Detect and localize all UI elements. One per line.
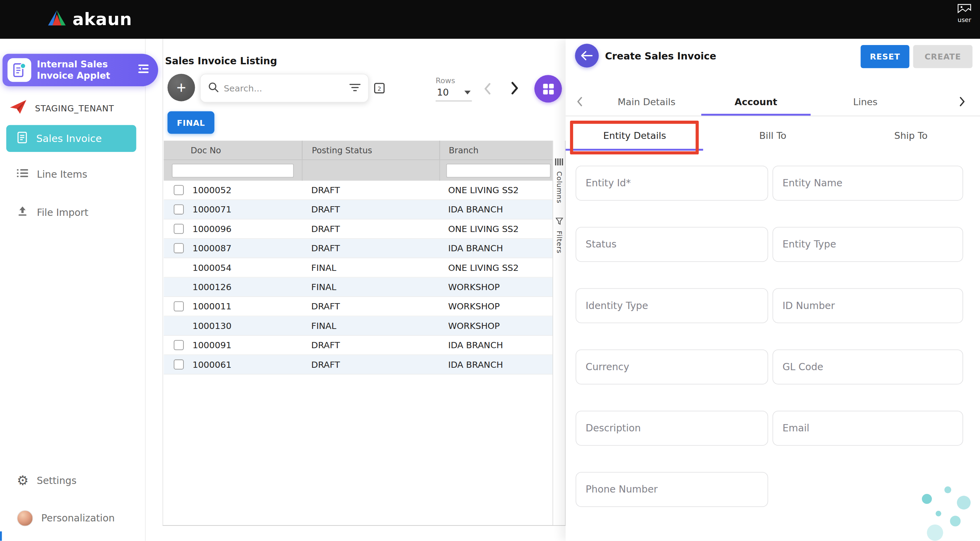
tab-main-details[interactable]: Main Details [592, 88, 701, 116]
sidebar-item-line-items[interactable]: Line Items [6, 164, 136, 185]
cell-branch: WORKSHOP [439, 321, 552, 331]
invoice-table: Doc No Posting Status Branch 1000052 DRA… [164, 141, 552, 374]
final-status-filter-button[interactable]: FINAL [167, 111, 214, 134]
field-status[interactable]: Status [576, 227, 768, 262]
next-page-icon[interactable] [510, 81, 519, 97]
table-row[interactable]: 1000091 DRAFT IDA BRANCH [164, 336, 552, 355]
column-header-branch[interactable]: Branch [439, 141, 552, 159]
cell-doc-no: 1000091 [192, 340, 302, 350]
decorative-bubble [957, 496, 971, 509]
cell-doc-no: 1000054 [192, 263, 302, 272]
cell-branch: WORKSHOP [439, 301, 552, 312]
avatar [17, 510, 33, 526]
cell-posting-status: DRAFT [302, 243, 439, 253]
table-row[interactable]: 1000011 DRAFT WORKSHOP [164, 297, 552, 316]
previous-page-icon[interactable] [483, 83, 492, 98]
applet-header[interactable]: Internal Sales Invoice Applet [2, 54, 158, 86]
row-checkbox[interactable] [174, 224, 184, 234]
decorative-bubble [950, 516, 961, 527]
field-entity-id[interactable]: Entity Id* [576, 165, 768, 201]
subtab-ship-to[interactable]: Ship To [842, 121, 980, 151]
search-input[interactable] [224, 83, 344, 93]
columns-tool[interactable]: Columns [555, 156, 563, 204]
field-phone-number[interactable]: Phone Number [576, 472, 768, 507]
cell-doc-no: 1000052 [192, 185, 302, 195]
row-checkbox[interactable] [174, 205, 184, 215]
table-header-row: Doc No Posting Status Branch [164, 141, 552, 159]
cell-doc-no: 1000087 [192, 243, 302, 253]
tabs-scroll-right-icon[interactable] [959, 96, 966, 109]
sidebar-item-personalization[interactable]: Personalization [6, 508, 136, 529]
branch-filter-input[interactable] [446, 164, 551, 177]
row-checkbox[interactable] [174, 301, 184, 312]
akaun-logo-icon [48, 9, 66, 29]
field-currency[interactable]: Currency [576, 350, 768, 385]
tenant-row[interactable]: STAGING_TENANT [9, 99, 114, 118]
gear-icon: ⚙ [17, 474, 29, 487]
sidebar-item-label: Line Items [37, 169, 87, 180]
field-email[interactable]: Email [772, 411, 963, 446]
filters-label: Filters [555, 231, 563, 254]
create-button[interactable]: CREATE [913, 45, 972, 68]
table-row[interactable]: 1000130 FINAL WORKSHOP [164, 316, 552, 336]
doc-no-filter-input[interactable] [172, 164, 294, 177]
cell-branch: IDA BRANCH [439, 205, 552, 215]
reset-button[interactable]: RESET [861, 45, 910, 68]
tab-lines[interactable]: Lines [811, 88, 920, 116]
table-row[interactable]: 1000052 DRAFT ONE LIVING SS2 [164, 181, 552, 200]
subtab-bill-to[interactable]: Bill To [704, 121, 842, 151]
field-gl-code[interactable]: GL Code [772, 350, 963, 385]
tabs-scroll-left-icon[interactable] [576, 96, 583, 109]
collapse-sidebar-icon[interactable] [137, 62, 151, 78]
subtab-bar: Entity Details Bill To Ship To [566, 121, 980, 151]
table-side-rail: Columns Filters [552, 141, 566, 525]
table-row[interactable]: 1000054 FINAL ONE LIVING SS2 [164, 258, 552, 277]
tab-bar: Main Details Account Lines [566, 88, 980, 116]
user-avatar-broken-image[interactable]: user [958, 4, 971, 23]
listing-panel: Sales Invoice Listing + 2 [146, 39, 566, 541]
cell-branch: IDA BRANCH [439, 243, 552, 253]
column-header-posting-status[interactable]: Posting Status [302, 141, 439, 159]
cell-branch: ONE LIVING SS2 [439, 185, 552, 195]
brand-name: akaun [73, 9, 132, 29]
upload-icon [17, 205, 28, 219]
tab-account[interactable]: Account [701, 88, 811, 116]
sidebar-item-settings[interactable]: ⚙ Settings [6, 470, 136, 492]
tenant-name: STAGING_TENANT [35, 103, 114, 113]
table-row[interactable]: 1000096 DRAFT ONE LIVING SS2 [164, 219, 552, 239]
posting-status-filter-cell [302, 160, 439, 181]
grid-view-button[interactable] [535, 75, 562, 102]
table-body: 1000052 DRAFT ONE LIVING SS2 1000071 DRA… [164, 181, 552, 375]
cell-posting-status: DRAFT [302, 205, 439, 215]
active-tab-underline [701, 114, 811, 116]
row-checkbox[interactable] [174, 243, 184, 253]
filter-list-icon[interactable] [350, 82, 361, 94]
table-row[interactable]: 1000061 DRAFT IDA BRANCH [164, 355, 552, 374]
field-entity-type[interactable]: Entity Type [772, 227, 963, 262]
table-row[interactable]: 1000087 DRAFT IDA BRANCH [164, 239, 552, 258]
field-id-number[interactable]: ID Number [772, 288, 963, 323]
cell-doc-no: 1000130 [192, 321, 302, 331]
duplicate-page-icon[interactable]: 2 [372, 81, 386, 97]
field-entity-name[interactable]: Entity Name [772, 165, 963, 201]
subtab-entity-details[interactable]: Entity Details [566, 121, 704, 151]
filters-tool[interactable]: Filters [555, 216, 563, 254]
rows-select[interactable]: 10 [436, 85, 472, 101]
sidebar-item-file-import[interactable]: File Import [6, 202, 136, 223]
decorative-bubble [935, 511, 941, 516]
active-subtab-underline [566, 149, 703, 151]
field-identity-type[interactable]: Identity Type [576, 288, 768, 323]
table-row[interactable]: 1000071 DRAFT IDA BRANCH [164, 200, 552, 219]
row-checkbox[interactable] [174, 360, 184, 369]
column-header-doc-no[interactable]: Doc No [164, 145, 302, 155]
back-button[interactable] [575, 44, 598, 67]
field-description[interactable]: Description [576, 411, 768, 446]
row-checkbox[interactable] [174, 340, 184, 350]
tenant-icon [9, 99, 27, 118]
svg-text:2: 2 [378, 86, 381, 92]
decorative-bubble [927, 525, 943, 541]
add-invoice-button[interactable]: + [167, 74, 195, 102]
row-checkbox[interactable] [174, 185, 184, 195]
table-row[interactable]: 1000126 FINAL WORKSHOP [164, 278, 552, 297]
sidebar-item-sales-invoice[interactable]: Sales Invoice [6, 125, 136, 152]
